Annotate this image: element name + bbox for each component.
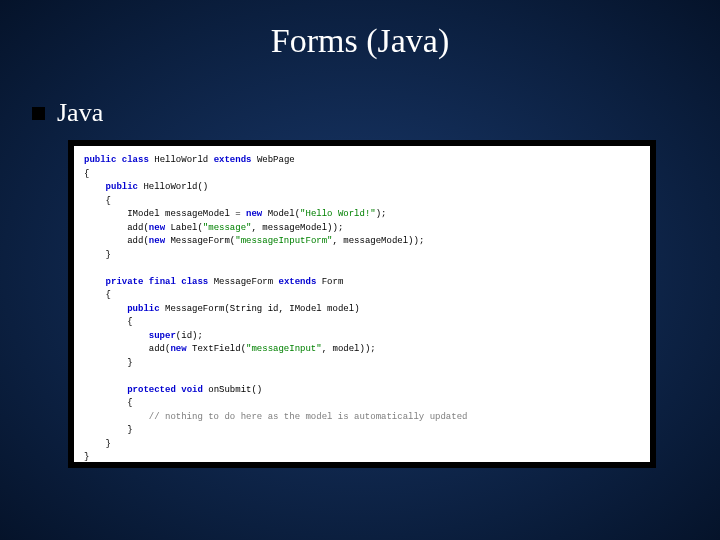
ctor-name: HelloWorld bbox=[143, 182, 197, 192]
keyword: final bbox=[149, 277, 176, 287]
keyword: new bbox=[170, 344, 186, 354]
semi: ; bbox=[381, 209, 386, 219]
string: "messageInputForm" bbox=[235, 236, 332, 246]
keyword: new bbox=[246, 209, 262, 219]
identifier: model bbox=[332, 344, 359, 354]
class-name: HelloWorld bbox=[154, 155, 208, 165]
brace: } bbox=[106, 439, 111, 449]
brace: { bbox=[106, 290, 111, 300]
keyword: new bbox=[149, 236, 165, 246]
keyword: class bbox=[181, 277, 208, 287]
keyword: protected bbox=[127, 385, 176, 395]
class-name: WebPage bbox=[257, 155, 295, 165]
keyword: super bbox=[149, 331, 176, 341]
brace: } bbox=[127, 425, 132, 435]
identifier: messageModel bbox=[165, 209, 230, 219]
bullet-label: Java bbox=[57, 98, 103, 128]
brace: { bbox=[127, 317, 132, 327]
parens: () bbox=[197, 182, 208, 192]
identifier: add bbox=[127, 223, 143, 233]
keyword: public bbox=[106, 182, 138, 192]
type: IModel bbox=[289, 304, 321, 314]
keyword: extends bbox=[214, 155, 252, 165]
bullet-icon bbox=[32, 107, 45, 120]
brace: { bbox=[106, 196, 111, 206]
keyword: public bbox=[127, 304, 159, 314]
code-block-frame: public class HelloWorld extends WebPage … bbox=[68, 140, 656, 468]
slide-title: Forms (Java) bbox=[0, 22, 720, 60]
keyword: public bbox=[84, 155, 116, 165]
class-name: Form bbox=[322, 277, 344, 287]
brace: } bbox=[127, 358, 132, 368]
keyword: class bbox=[122, 155, 149, 165]
class-name: MessageForm bbox=[170, 236, 229, 246]
brace: } bbox=[106, 250, 111, 260]
keyword: void bbox=[181, 385, 203, 395]
class-name: TextField bbox=[192, 344, 241, 354]
identifier: add bbox=[149, 344, 165, 354]
identifier: messageModel bbox=[262, 223, 327, 233]
semi: ; bbox=[338, 223, 343, 233]
identifier: model bbox=[327, 304, 354, 314]
string: "messageInput" bbox=[246, 344, 322, 354]
string: "Hello World!" bbox=[300, 209, 376, 219]
class-name: Label bbox=[170, 223, 197, 233]
string: "message" bbox=[203, 223, 252, 233]
comment: // nothing to do here as the model is au… bbox=[149, 412, 468, 422]
bullet-item: Java bbox=[32, 98, 103, 128]
identifier: id bbox=[181, 331, 192, 341]
type: String bbox=[230, 304, 262, 314]
identifier: messageModel bbox=[343, 236, 408, 246]
identifier: id bbox=[268, 304, 279, 314]
semi: ; bbox=[419, 236, 424, 246]
keyword: extends bbox=[279, 277, 317, 287]
brace: } bbox=[84, 452, 89, 462]
ctor-name: MessageForm bbox=[165, 304, 224, 314]
brace: { bbox=[84, 169, 89, 179]
type: IModel bbox=[127, 209, 159, 219]
class-name: Model bbox=[268, 209, 295, 219]
method-name: onSubmit bbox=[208, 385, 251, 395]
keyword: private bbox=[106, 277, 144, 287]
class-name: MessageForm bbox=[214, 277, 273, 287]
keyword: new bbox=[149, 223, 165, 233]
parens: () bbox=[251, 385, 262, 395]
semi: ; bbox=[197, 331, 202, 341]
op: = bbox=[230, 209, 246, 219]
brace: { bbox=[127, 398, 132, 408]
identifier: add bbox=[127, 236, 143, 246]
code-block: public class HelloWorld extends WebPage … bbox=[74, 146, 650, 462]
semi: ; bbox=[370, 344, 375, 354]
